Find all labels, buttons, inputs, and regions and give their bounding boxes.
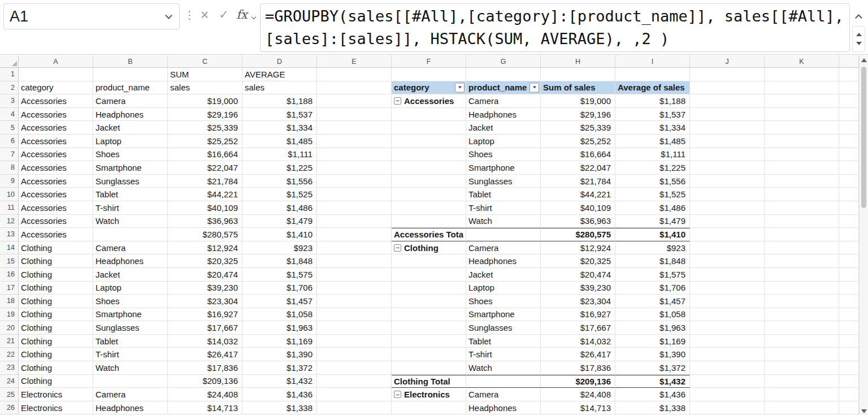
cell-K26[interactable] — [765, 401, 839, 415]
cell-D2[interactable]: sales — [242, 81, 317, 95]
cell-A3[interactable]: Accessories — [19, 94, 93, 108]
cell-C9[interactable]: $21,784 — [168, 175, 242, 188]
column-header-K[interactable]: K — [765, 55, 839, 68]
row-header-20[interactable]: 20 — [0, 321, 19, 335]
column-header-C[interactable]: C — [168, 55, 242, 68]
cell-B19[interactable]: Smartphone — [93, 308, 168, 322]
cell-J19[interactable] — [690, 308, 765, 322]
cell-H5[interactable]: $25,339 — [541, 121, 615, 135]
column-header-B[interactable]: B — [93, 55, 168, 68]
cell-C13[interactable]: $280,575 — [168, 228, 242, 241]
cell-B12[interactable]: Watch — [93, 215, 168, 228]
cell-I23[interactable]: $1,372 — [615, 361, 690, 375]
cell-B6[interactable]: Laptop — [93, 135, 168, 148]
cell-I17[interactable]: $1,706 — [615, 282, 690, 295]
cell-C7[interactable]: $16,664 — [168, 148, 242, 162]
column-header-H[interactable]: H — [541, 55, 615, 68]
cell-F23[interactable] — [392, 361, 466, 375]
cell-K17[interactable] — [765, 282, 839, 295]
cell-G8[interactable]: Smartphone — [466, 161, 541, 175]
cell-E17[interactable] — [317, 282, 392, 295]
cell-D9[interactable]: $1,556 — [242, 175, 317, 188]
cell-J7[interactable] — [690, 148, 765, 162]
cell-K15[interactable] — [765, 254, 839, 268]
column-header-partial[interactable] — [839, 55, 859, 68]
cell-D15[interactable]: $1,848 — [242, 254, 317, 268]
cell-A18[interactable]: Clothing — [19, 295, 93, 308]
cell-J2[interactable] — [690, 81, 765, 95]
cell-A26[interactable]: Electronics — [19, 401, 93, 415]
cell-E18[interactable] — [317, 295, 392, 308]
cell-partial-15[interactable] — [839, 254, 859, 268]
cell-A15[interactable]: Clothing — [19, 254, 93, 268]
scrollbar-down-arrow-icon[interactable] — [861, 409, 867, 413]
cell-D24[interactable]: $1,432 — [242, 375, 317, 388]
cell-G13[interactable] — [466, 228, 541, 241]
cell-D26[interactable]: $1,338 — [242, 401, 317, 415]
cell-A9[interactable]: Accessories — [19, 175, 93, 188]
cell-J12[interactable] — [690, 215, 765, 228]
cell-A12[interactable]: Accessories — [19, 215, 93, 228]
cell-partial-17[interactable] — [839, 282, 859, 295]
cell-partial-6[interactable] — [839, 135, 859, 148]
cell-A17[interactable]: Clothing — [19, 282, 93, 295]
cell-G9[interactable]: Sunglasses — [466, 175, 541, 188]
cell-G20[interactable]: Sunglasses — [466, 321, 541, 335]
cell-C12[interactable]: $36,963 — [168, 215, 242, 228]
cell-partial-19[interactable] — [839, 308, 859, 322]
cell-K14[interactable] — [765, 241, 839, 255]
cell-G26[interactable]: Headphones — [466, 401, 541, 415]
column-header-G[interactable]: G — [466, 55, 541, 68]
cell-F5[interactable] — [392, 121, 466, 135]
cell-D6[interactable]: $1,485 — [242, 135, 317, 148]
row-header-18[interactable]: 18 — [0, 295, 19, 308]
cell-partial-26[interactable] — [839, 401, 859, 415]
cell-K11[interactable] — [765, 201, 839, 215]
row-header-8[interactable]: 8 — [0, 161, 19, 175]
cell-A25[interactable]: Electronics — [19, 388, 93, 401]
cell-partial-14[interactable] — [839, 241, 859, 255]
cell-partial-1[interactable] — [839, 68, 859, 81]
cell-I4[interactable]: $1,537 — [615, 108, 690, 122]
cell-D19[interactable]: $1,058 — [242, 308, 317, 322]
cell-B3[interactable]: Camera — [93, 94, 168, 108]
cell-F7[interactable] — [392, 148, 466, 162]
cell-partial-25[interactable] — [839, 388, 859, 401]
cell-A22[interactable]: Clothing — [19, 348, 93, 361]
cell-A19[interactable]: Clothing — [19, 308, 93, 322]
cell-G5[interactable]: Jacket — [466, 121, 541, 135]
cell-I15[interactable]: $1,848 — [615, 254, 690, 268]
cell-D1[interactable]: AVERAGE — [242, 68, 317, 81]
cell-J20[interactable] — [690, 321, 765, 335]
cell-D21[interactable]: $1,169 — [242, 335, 317, 348]
cell-H14[interactable]: $12,924 — [541, 241, 615, 255]
cell-K3[interactable] — [765, 94, 839, 108]
cell-E6[interactable] — [317, 135, 392, 148]
cell-C17[interactable]: $39,230 — [168, 282, 242, 295]
cell-C20[interactable]: $17,667 — [168, 321, 242, 335]
cell-B1[interactable] — [93, 68, 168, 81]
cell-J4[interactable] — [690, 108, 765, 122]
cell-I7[interactable]: $1,111 — [615, 148, 690, 162]
cell-partial-21[interactable] — [839, 335, 859, 348]
cell-H10[interactable]: $44,221 — [541, 188, 615, 201]
cell-E25[interactable] — [317, 388, 392, 401]
column-header-D[interactable]: D — [242, 55, 317, 68]
cell-C19[interactable]: $16,927 — [168, 308, 242, 322]
cell-K4[interactable] — [765, 108, 839, 122]
row-header-7[interactable]: 7 — [0, 148, 19, 162]
cell-G19[interactable]: Smartphone — [466, 308, 541, 322]
cell-C5[interactable]: $25,339 — [168, 121, 242, 135]
cell-I21[interactable]: $1,169 — [615, 335, 690, 348]
cell-D16[interactable]: $1,575 — [242, 268, 317, 282]
cell-I8[interactable]: $1,225 — [615, 161, 690, 175]
cell-B22[interactable]: T-shirt — [93, 348, 168, 361]
cell-C16[interactable]: $20,474 — [168, 268, 242, 282]
cell-I2[interactable]: Average of sales — [615, 81, 690, 95]
cell-B25[interactable]: Camera — [93, 388, 168, 401]
cell-G6[interactable]: Laptop — [466, 135, 541, 148]
cell-partial-23[interactable] — [839, 361, 859, 375]
cell-B15[interactable]: Headphones — [93, 254, 168, 268]
cell-G22[interactable]: T-shirt — [466, 348, 541, 361]
cell-B26[interactable]: Headphones — [93, 401, 168, 415]
